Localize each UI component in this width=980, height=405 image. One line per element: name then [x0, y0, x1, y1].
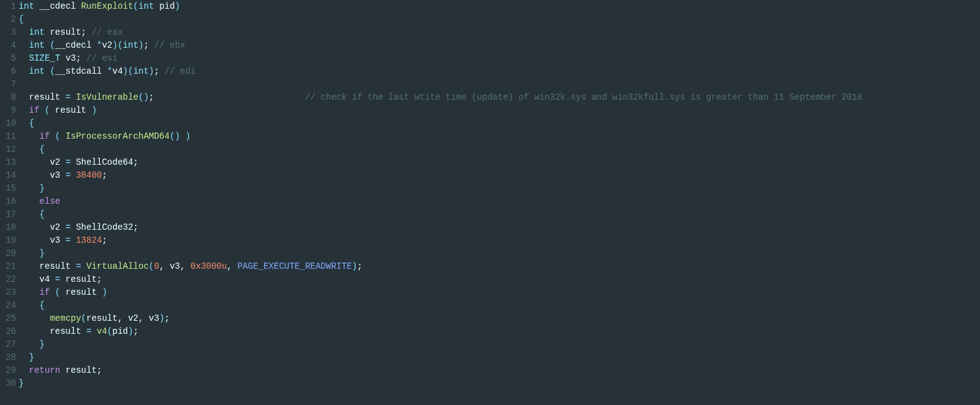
- line-number: 8: [0, 91, 16, 104]
- token-paren: {: [29, 118, 34, 128]
- token-default: result;: [60, 274, 102, 284]
- token-default: ;: [102, 235, 107, 245]
- line-number: 10: [0, 117, 16, 130]
- token-paren: }: [29, 352, 34, 362]
- token-cmt: // edi: [164, 66, 195, 76]
- code-line[interactable]: if ( IsProcessorArchAMD64() ): [19, 130, 980, 143]
- token-kw-op: =: [66, 92, 71, 102]
- code-line[interactable]: memcpy(result, v2, v3);: [19, 312, 980, 325]
- token-default: [50, 287, 55, 297]
- token-default: pid: [154, 1, 175, 11]
- token-default: result: [19, 261, 76, 271]
- token-default: result: [19, 326, 86, 336]
- code-line[interactable]: int result; // eax: [19, 26, 980, 39]
- token-fn-call: VirtualAlloc: [86, 261, 149, 271]
- line-number-gutter: 1234567891011121314151617181920212223242…: [0, 0, 17, 405]
- token-default: v4: [19, 274, 55, 284]
- line-number: 30: [0, 377, 16, 390]
- code-line[interactable]: }: [19, 247, 980, 260]
- code-line[interactable]: {: [19, 117, 980, 130]
- token-default: ;: [357, 261, 362, 271]
- token-default: result: [50, 105, 91, 115]
- token-default: [19, 248, 40, 258]
- code-line[interactable]: int (__cdecl *v2)(int); // ebx: [19, 39, 980, 52]
- token-kw-op: =: [66, 222, 71, 232]
- token-default: ;: [154, 66, 165, 76]
- token-default: [19, 183, 40, 193]
- token-default: v4: [112, 66, 123, 76]
- token-const: PAGE_EXECUTE_READWRITE: [237, 261, 352, 271]
- token-default: v3;: [60, 53, 86, 63]
- code-line[interactable]: SIZE_T v3; // esi: [19, 52, 980, 65]
- code-line[interactable]: v2 = ShellCode32;: [19, 221, 980, 234]
- code-line[interactable]: {: [19, 299, 980, 312]
- token-cmt: // eax: [92, 27, 123, 37]
- token-paren: (): [138, 92, 149, 102]
- code-line[interactable]: result = VirtualAlloc(0, v3, 0x3000u, PA…: [19, 260, 980, 273]
- code-editor[interactable]: 1234567891011121314151617181920212223242…: [0, 0, 980, 405]
- token-paren: )(: [112, 40, 123, 50]
- token-cmt: // ebx: [154, 40, 185, 50]
- token-default: [19, 196, 40, 206]
- token-kw-type: int: [19, 1, 34, 11]
- token-default: v2: [19, 222, 66, 232]
- code-line[interactable]: v2 = ShellCode64;: [19, 156, 980, 169]
- token-kw-ctrl: else: [40, 196, 61, 206]
- code-line[interactable]: if ( result ): [19, 104, 980, 117]
- token-fn-call: IsVulnerable: [76, 92, 138, 102]
- token-kw-type: int: [133, 66, 149, 76]
- line-number: 24: [0, 299, 16, 312]
- code-line[interactable]: result = IsVulnerable(); // check if the…: [19, 91, 980, 104]
- token-fn-name: RunExploit: [81, 1, 133, 11]
- code-line[interactable]: if ( result ): [19, 286, 980, 299]
- token-default: [19, 300, 40, 310]
- token-default: ,: [227, 261, 237, 271]
- line-number: 21: [0, 260, 16, 273]
- token-paren: ): [92, 105, 97, 115]
- token-default: [19, 313, 50, 323]
- line-number: 5: [0, 52, 16, 65]
- code-line[interactable]: result = v4(pid);: [19, 325, 980, 338]
- token-num: 0: [154, 261, 159, 271]
- token-kw-type: SIZE_T: [29, 53, 60, 63]
- token-default: [19, 209, 40, 219]
- code-line[interactable]: }: [19, 351, 980, 364]
- code-area[interactable]: int __cdecl RunExploit(int pid){ int res…: [17, 0, 980, 405]
- token-default: v2: [102, 40, 112, 50]
- token-default: [19, 40, 29, 50]
- code-line[interactable]: int __cdecl RunExploit(int pid): [19, 0, 980, 13]
- token-paren: (: [55, 131, 60, 141]
- code-line[interactable]: v3 = 38400;: [19, 169, 980, 182]
- token-default: pid: [112, 326, 128, 336]
- token-paren: {: [40, 209, 45, 219]
- line-number: 20: [0, 247, 16, 260]
- token-default: result: [19, 92, 66, 102]
- token-kw-ctrl: return: [29, 365, 60, 375]
- code-line[interactable]: else: [19, 195, 980, 208]
- token-default: [92, 326, 97, 336]
- token-default: [19, 287, 40, 297]
- token-paren: {: [40, 300, 45, 310]
- token-num: 13824: [76, 235, 102, 245]
- code-line[interactable]: [19, 78, 980, 91]
- code-line[interactable]: }: [19, 182, 980, 195]
- code-line[interactable]: {: [19, 208, 980, 221]
- line-number: 27: [0, 338, 16, 351]
- line-number: 23: [0, 286, 16, 299]
- line-number: 2: [0, 13, 16, 26]
- line-number: 18: [0, 221, 16, 234]
- code-line[interactable]: v4 = result;: [19, 273, 980, 286]
- token-fn-call: v4: [97, 326, 107, 336]
- token-num: 38400: [76, 170, 102, 180]
- token-paren: }: [40, 183, 45, 193]
- token-default: [19, 144, 40, 154]
- token-default: __cdecl: [55, 40, 97, 50]
- code-line[interactable]: }: [19, 338, 980, 351]
- token-paren: {: [40, 144, 45, 154]
- code-line[interactable]: {: [19, 143, 980, 156]
- code-line[interactable]: }: [19, 377, 980, 390]
- code-line[interactable]: int (__stdcall *v4)(int); // edi: [19, 65, 980, 78]
- code-line[interactable]: {: [19, 13, 980, 26]
- code-line[interactable]: v3 = 13824;: [19, 234, 980, 247]
- code-line[interactable]: return result;: [19, 364, 980, 377]
